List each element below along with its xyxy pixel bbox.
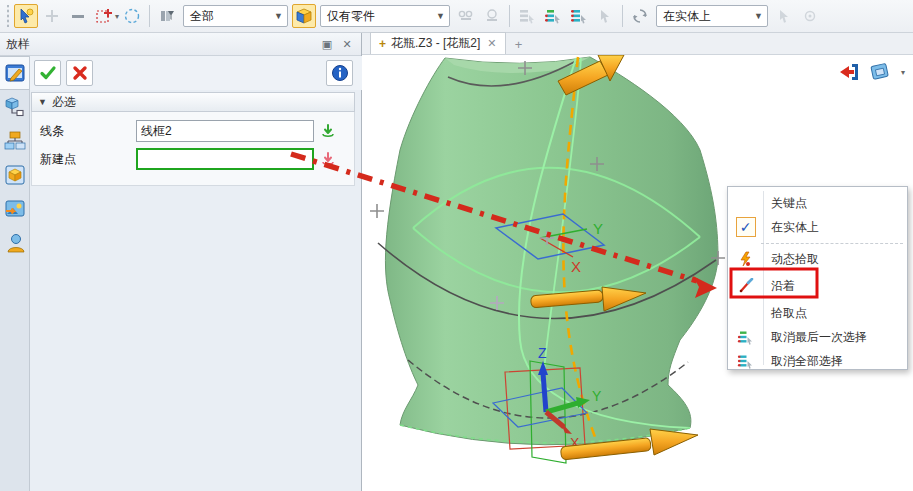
cancel-button[interactable] xyxy=(66,60,93,86)
info-button[interactable] xyxy=(326,60,353,86)
menu-item-cancel-last[interactable]: 取消最后一次选择 xyxy=(728,325,909,349)
main-toolbar: ▾ 全部 ▼ 仅有零件 ▼ xyxy=(0,0,913,33)
tab-plus-icon: + xyxy=(379,37,386,51)
ok-button[interactable] xyxy=(34,60,61,86)
lightning-icon xyxy=(738,251,754,267)
exit-sketch-icon[interactable] xyxy=(839,62,861,82)
panel-titlebar: 放样 ▣ ✕ xyxy=(0,33,361,56)
chain-pick-button[interactable] xyxy=(454,4,478,28)
view-orientation-icon[interactable] xyxy=(869,61,893,83)
pick-mode-value: 在实体上 xyxy=(663,8,711,25)
list-unpick-last-icon xyxy=(544,7,562,25)
newpoint-input[interactable] xyxy=(136,148,314,170)
dropdown-caret-icon: ▼ xyxy=(754,11,763,21)
dashed-box-plus-icon xyxy=(95,7,113,25)
dropdown-caret-icon: ▼ xyxy=(274,11,283,21)
section-label: 必选 xyxy=(52,94,76,111)
loop-pick-button[interactable] xyxy=(480,4,504,28)
cube-3d-icon xyxy=(295,7,313,25)
field-row-curves: 线条 xyxy=(40,119,348,143)
curves-label: 线条 xyxy=(40,123,136,140)
list-cursor-icon xyxy=(518,7,536,25)
list-unpick-all-icon xyxy=(570,7,588,25)
plane-y-label: Y xyxy=(593,220,603,237)
pick-from-list-button[interactable] xyxy=(92,4,116,28)
lasso-select-button[interactable] xyxy=(120,4,144,28)
field-row-newpoint: 新建点 xyxy=(40,147,348,171)
edit-panel-icon xyxy=(4,62,26,84)
manager-tab-strip xyxy=(0,56,30,491)
menu-item-dynamic-pick[interactable]: 动态拾取 xyxy=(728,247,909,271)
image-landscape-icon xyxy=(4,198,26,220)
part-filter-value: 仅有零件 xyxy=(327,8,375,25)
minus-icon xyxy=(70,8,86,24)
pointer-tool-button[interactable] xyxy=(772,4,796,28)
triad-z-axis xyxy=(543,373,546,412)
part-filter-dropdown[interactable]: 仅有零件 ▼ xyxy=(320,5,450,27)
tab-title: 花瓶.Z3 - [花瓶2] xyxy=(391,35,480,52)
panel-restore-button[interactable]: ▣ xyxy=(319,37,335,51)
check-icon xyxy=(39,64,57,82)
filter-column-button[interactable] xyxy=(155,4,179,28)
menu-item-pick-point[interactable]: 拾取点 xyxy=(728,301,909,325)
target-icon xyxy=(802,8,818,24)
panel-close-button[interactable]: ✕ xyxy=(339,37,355,51)
visual-cube-icon xyxy=(4,164,26,186)
sidebar-item-view-manager[interactable] xyxy=(0,192,29,226)
pick-list-gray-button[interactable] xyxy=(515,4,539,28)
reselect-button[interactable] xyxy=(628,4,652,28)
toolbar-grip[interactable] xyxy=(5,5,10,27)
context-menu: 关键点 ✓ 在实体上 动态拾取 xyxy=(727,186,908,370)
unpick-last-button[interactable] xyxy=(541,4,565,28)
loft-dialog-panel: 放样 ▣ ✕ xyxy=(0,33,362,491)
sidebar-item-role-manager[interactable] xyxy=(0,226,29,260)
list-unpick-last-icon xyxy=(737,329,754,346)
chain-icon xyxy=(457,7,475,25)
sidebar-item-assembly-manager[interactable] xyxy=(0,90,29,124)
sidebar-item-edit-panel[interactable] xyxy=(0,56,29,90)
info-icon xyxy=(331,64,349,82)
dropdown-caret-icon: ▼ xyxy=(436,11,445,21)
cursor-icon xyxy=(776,8,792,24)
new-tab-button[interactable]: + xyxy=(506,34,532,54)
menu-item-on-entity[interactable]: ✓ 在实体上 xyxy=(728,215,909,239)
rotate-arrows-icon xyxy=(631,7,649,25)
unpick-all-button[interactable] xyxy=(567,4,591,28)
section-header[interactable]: ▼ 必选 xyxy=(31,92,355,112)
triad-z-label: Z xyxy=(538,345,547,361)
loop-icon xyxy=(483,7,501,25)
target-tool-button[interactable] xyxy=(798,4,822,28)
curves-input[interactable] xyxy=(136,120,314,142)
pick-down-red-icon[interactable] xyxy=(320,151,336,167)
required-section: ▼ 必选 线条 新建点 xyxy=(31,92,355,186)
document-tabbar: + 花瓶.Z3 - [花瓶2] ✕ + xyxy=(362,33,913,55)
sidebar-item-visual-manager[interactable] xyxy=(0,158,29,192)
vase-body[interactable] xyxy=(385,57,718,445)
cursor-spark-icon xyxy=(17,7,35,25)
pick-mode-dropdown[interactable]: 在实体上 ▼ xyxy=(656,5,768,27)
pick-from-list-caret[interactable]: ▾ xyxy=(115,12,119,21)
remove-selection-button[interactable] xyxy=(66,4,90,28)
filter-type-dropdown[interactable]: 全部 ▼ xyxy=(183,5,288,27)
shape-filter-button[interactable] xyxy=(292,4,316,28)
panel-title: 放样 xyxy=(6,36,30,53)
triad-y-label: Y xyxy=(592,388,602,404)
pick-cursor-button[interactable] xyxy=(593,4,617,28)
tab-active-document[interactable]: + 花瓶.Z3 - [花瓶2] ✕ xyxy=(370,32,506,54)
checkmark-icon: ✓ xyxy=(736,217,756,237)
filter-type-value: 全部 xyxy=(190,8,214,25)
pick-down-green-icon[interactable] xyxy=(320,123,336,139)
add-selection-button[interactable] xyxy=(40,4,64,28)
plus-icon xyxy=(44,8,60,24)
user-icon xyxy=(4,232,26,254)
menu-separator xyxy=(761,243,903,244)
view-orientation-caret[interactable]: ▾ xyxy=(901,68,905,77)
sidebar-item-history-manager[interactable] xyxy=(0,124,29,158)
menu-item-keypoint[interactable]: 关键点 xyxy=(728,191,909,215)
menu-item-cancel-all[interactable]: 取消全部选择 xyxy=(728,349,909,373)
cursor-icon xyxy=(597,8,613,24)
newpoint-label: 新建点 xyxy=(40,151,136,168)
menu-item-along[interactable]: 沿着 xyxy=(728,271,909,301)
tab-close-icon[interactable]: ✕ xyxy=(487,37,496,50)
smart-pick-button[interactable] xyxy=(14,4,38,28)
